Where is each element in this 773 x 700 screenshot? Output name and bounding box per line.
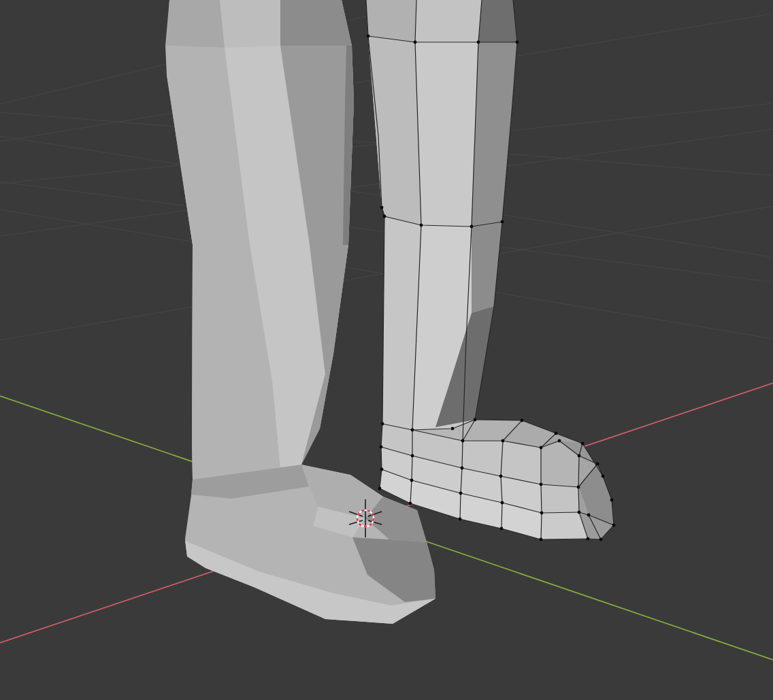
mesh-vertex[interactable] (414, 41, 417, 44)
mesh-vertex[interactable] (378, 487, 382, 490)
mesh-vertex[interactable] (420, 224, 423, 227)
mesh-vertex[interactable] (540, 512, 544, 515)
mesh-vertex[interactable] (599, 538, 603, 541)
mesh-vertex[interactable] (410, 479, 414, 482)
mesh-vertex[interactable] (587, 514, 591, 517)
mesh-vertex[interactable] (578, 454, 581, 458)
mesh-vertex[interactable] (540, 483, 543, 486)
mesh-vertex[interactable] (596, 463, 599, 466)
mesh-vertex[interactable] (578, 511, 581, 514)
blender-3d-viewport[interactable] (0, 0, 773, 700)
mesh-vertex[interactable] (610, 499, 614, 502)
mesh-vertex[interactable] (459, 492, 463, 495)
mesh-vertex[interactable] (500, 527, 504, 531)
mesh-vertex[interactable] (383, 215, 386, 218)
left-leg-bevel-right[interactable] (280, 0, 352, 46)
mesh-vertex[interactable] (581, 442, 585, 446)
right-leg-upper-band-right[interactable] (478, 0, 517, 42)
mesh-vertex[interactable] (411, 429, 414, 432)
mesh-vertex[interactable] (577, 486, 580, 489)
mesh-vertex[interactable] (501, 439, 505, 443)
mesh-vertex[interactable] (459, 518, 462, 521)
mesh-vertex[interactable] (540, 538, 543, 541)
mesh-vertex[interactable] (602, 475, 605, 478)
mesh-vertex[interactable] (451, 427, 455, 431)
mesh-vertex[interactable] (380, 446, 383, 449)
mesh-vertex[interactable] (474, 418, 477, 422)
right-leg-mid-band-center[interactable] (415, 42, 478, 227)
mesh-vertex[interactable] (612, 524, 616, 527)
right-leg-upper-band-center[interactable] (415, 0, 482, 42)
viewport-canvas[interactable] (0, 0, 773, 700)
mesh-vertex[interactable] (381, 422, 384, 426)
mesh-vertex[interactable] (380, 206, 384, 210)
right-foot-toecol-q2[interactable] (541, 484, 579, 513)
mesh-vertex[interactable] (501, 501, 504, 505)
mesh-vertex[interactable] (367, 35, 370, 38)
mesh-vertex[interactable] (521, 419, 524, 422)
left-leg-bevel-left[interactable] (165, 0, 225, 48)
mesh-vertex[interactable] (470, 225, 474, 229)
mesh-vertex[interactable] (461, 439, 465, 443)
mesh-vertex[interactable] (540, 446, 543, 450)
mesh-vertex[interactable] (499, 475, 503, 478)
mesh-vertex[interactable] (516, 41, 519, 44)
mesh-vertex[interactable] (380, 468, 384, 471)
left-leg-bevel-center[interactable] (220, 0, 280, 48)
right-leg-upper-band-left[interactable] (366, 0, 416, 42)
mesh-vertex[interactable] (409, 502, 412, 505)
mesh-vertex[interactable] (558, 439, 561, 443)
mesh-vertex[interactable] (555, 432, 558, 435)
mesh-vertex[interactable] (477, 41, 480, 44)
mesh-vertex[interactable] (461, 467, 464, 470)
mesh-vertex[interactable] (411, 454, 414, 458)
mesh-vertex[interactable] (501, 220, 504, 224)
mesh-vertex[interactable] (587, 537, 590, 541)
